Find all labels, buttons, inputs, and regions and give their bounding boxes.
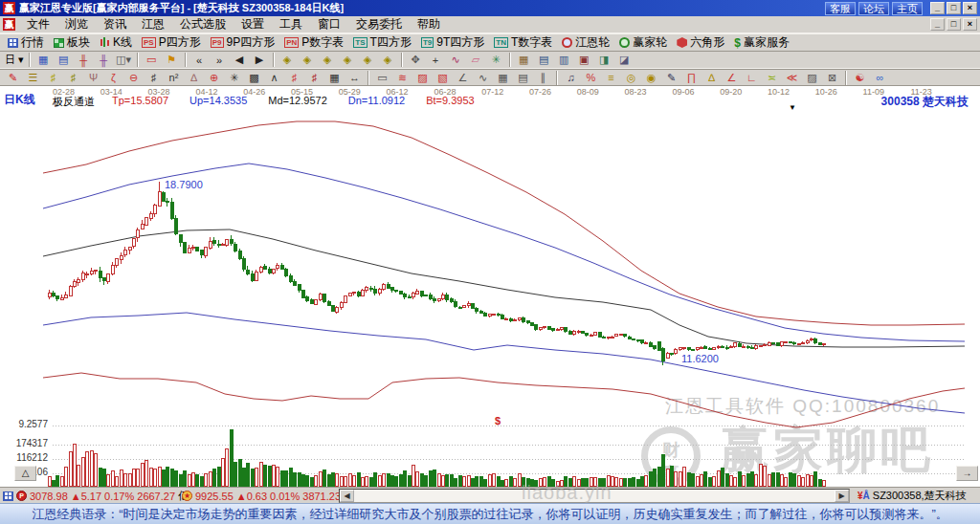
candle-style-dropdown[interactable]: ◫▾ (115, 53, 133, 68)
gann-grid-icon[interactable]: ♯ (285, 70, 303, 85)
pen-icon[interactable]: ✎ (4, 70, 22, 85)
gann-diamond-left-icon[interactable]: ◈ (278, 53, 297, 68)
menu-item-1[interactable]: 浏览 (57, 15, 96, 33)
pi-icon[interactable]: ∏ (682, 70, 701, 85)
menu-item-5[interactable]: 设置 (234, 15, 272, 33)
flag-icon[interactable]: ⚑ (163, 53, 181, 68)
h-arrow-icon[interactable]: ↔ (345, 70, 364, 85)
gold-grid-icon[interactable]: ♯ (44, 70, 62, 85)
menu-item-7[interactable]: 窗口 (310, 15, 348, 33)
levels-icon[interactable]: ≡ (602, 70, 620, 85)
gold-circle-icon[interactable]: ◎ (622, 70, 640, 85)
calculator-icon[interactable]: ▤ (535, 53, 553, 68)
scroll-right-arrow-icon[interactable]: ▶ (835, 490, 849, 502)
region-select-icon[interactable]: ▭ (143, 53, 161, 68)
flower-icon[interactable]: ✳ (487, 53, 505, 68)
toolbar-item-market-quotes[interactable]: 行情 (3, 34, 49, 51)
wave-icon[interactable]: ∿ (447, 53, 465, 68)
matrix2-icon[interactable]: ▤ (514, 70, 532, 85)
toolbar-item-t9-square[interactable]: T99T四方形 (416, 34, 489, 51)
window-minimize-button[interactable]: _ (930, 2, 945, 14)
menu-item-6[interactable]: 工具 (272, 15, 310, 33)
nav-first-icon[interactable]: « (190, 53, 209, 68)
calendar-icon[interactable]: ▦ (515, 53, 533, 68)
gann-diamond-right-icon[interactable]: ◈ (299, 53, 317, 68)
delta-icon[interactable]: ∆ (702, 70, 721, 85)
toolbar-item-t-number-table[interactable]: TNT数字表 (489, 34, 557, 51)
gann-diamond-center-icon[interactable]: ◈ (359, 53, 377, 68)
circle-minus-icon[interactable]: ⊖ (124, 70, 143, 85)
gold-grid2-icon[interactable]: ♯ (64, 70, 82, 85)
shade2-icon[interactable]: ▧ (434, 70, 452, 85)
toolbar-item-p9-square[interactable]: P99P四方形 (206, 34, 279, 51)
nav-prev-icon[interactable]: ◀ (231, 53, 249, 68)
infinity-icon[interactable]: ∞ (871, 70, 889, 85)
toolbar-item-winner-service[interactable]: $赢家服务 (729, 34, 794, 51)
triangle-icon[interactable]: ∆ (185, 70, 203, 85)
toolbar-item-gann-wheel[interactable]: 江恩轮 (557, 34, 614, 51)
expand-pane-button[interactable]: △ (14, 466, 36, 481)
hand-icon[interactable]: ✥ (407, 53, 425, 68)
monitor-icon[interactable]: ◪ (615, 53, 634, 68)
yinyang-icon[interactable]: ☯ (851, 70, 869, 85)
rect-icon[interactable]: ▭ (373, 70, 391, 85)
percent-icon[interactable]: % (582, 70, 600, 85)
period-tab-label[interactable]: 日K线 (4, 92, 35, 108)
box-grid-icon[interactable]: ▦ (325, 70, 344, 85)
kline-red-icon[interactable]: ╫ (75, 53, 93, 68)
scroll-right-button[interactable]: → (956, 466, 978, 481)
menu-item-2[interactable]: 资讯 (96, 15, 134, 33)
menu-item-3[interactable]: 江恩 (134, 15, 172, 33)
gold-circle2-icon[interactable]: ◉ (642, 70, 660, 85)
toolbar-item-hexagon[interactable]: 六角形 (672, 34, 729, 51)
circle-plus-icon[interactable]: ⊕ (205, 70, 223, 85)
fan-icon[interactable]: ≋ (393, 70, 412, 85)
nav-last-icon[interactable]: » (211, 53, 229, 68)
toolbar-item-kline[interactable]: K线 (95, 34, 137, 51)
quote-table-icon[interactable] (3, 491, 13, 501)
erase-icon[interactable]: ▱ (467, 53, 485, 68)
post-icon[interactable]: Ψ (84, 70, 102, 85)
hatch-icon[interactable]: ☰ (24, 70, 42, 85)
sine-icon[interactable]: ∿ (474, 70, 492, 85)
right-angle-icon[interactable]: ∟ (743, 70, 761, 85)
chart-area[interactable]: 江恩工具软件 QQ:100800360 财赢 赢家聊吧 日K线 02-2803-… (0, 86, 980, 487)
net-icon[interactable]: ▩ (245, 70, 263, 85)
peak-icon[interactable]: ∧ (265, 70, 283, 85)
shanghai-index-icon[interactable]: P (16, 491, 27, 501)
menu-item-0[interactable]: 文件 (19, 15, 57, 33)
gann-grid2-icon[interactable]: ♯ (305, 70, 323, 85)
child-window-minimize-button[interactable]: _ (930, 18, 945, 31)
child-window-restore-button[interactable]: □ (947, 18, 961, 31)
curve-icon[interactable]: ζ (104, 70, 122, 85)
shade1-icon[interactable]: ▨ (413, 70, 432, 85)
notepad-icon[interactable]: ▥ (555, 53, 573, 68)
save-icon[interactable]: ▣ (575, 53, 593, 68)
toolbar-item-winner-wheel[interactable]: 赢家轮 (614, 34, 672, 51)
toolbar-item-p-number-table[interactable]: PNP数字表 (279, 34, 348, 51)
toolbar-item-sectors[interactable]: 板块 (49, 34, 95, 51)
menu-item-4[interactable]: 公式选股 (172, 15, 234, 33)
window-restore-button[interactable]: □ (947, 2, 961, 14)
dark-grid-icon[interactable]: ♯ (145, 70, 163, 85)
asterisk-icon[interactable]: ✳ (225, 70, 243, 85)
titlebar-link-0[interactable]: 客服 (825, 2, 856, 15)
angle-icon[interactable]: ∠ (454, 70, 472, 85)
cross-box-icon[interactable]: ⊠ (823, 70, 841, 85)
scroll-left-arrow-icon[interactable]: ◀ (340, 490, 354, 502)
titlebar-link-1[interactable]: 论坛 (858, 2, 889, 15)
window-close-button[interactable]: × (963, 2, 977, 14)
kline-plot[interactable] (0, 86, 980, 487)
child-window-close-button[interactable]: × (963, 18, 977, 31)
titlebar-link-2[interactable]: 主页 (892, 2, 923, 15)
layout-icon[interactable]: ▦ (34, 53, 53, 68)
menu-item-8[interactable]: 交易委托 (348, 15, 410, 33)
crosshair-icon[interactable]: + (427, 53, 445, 68)
n-square-icon[interactable]: n² (165, 70, 183, 85)
export-icon[interactable]: ◨ (595, 53, 613, 68)
menu-item-9[interactable]: 帮助 (410, 15, 448, 33)
kline-alt-icon[interactable]: ╫ (95, 53, 113, 68)
quote-board-icon[interactable]: ▤ (55, 53, 73, 68)
toolbar-item-p-square[interactable]: PSP四方形 (137, 34, 206, 51)
speed-icon[interactable]: ≍ (763, 70, 781, 85)
